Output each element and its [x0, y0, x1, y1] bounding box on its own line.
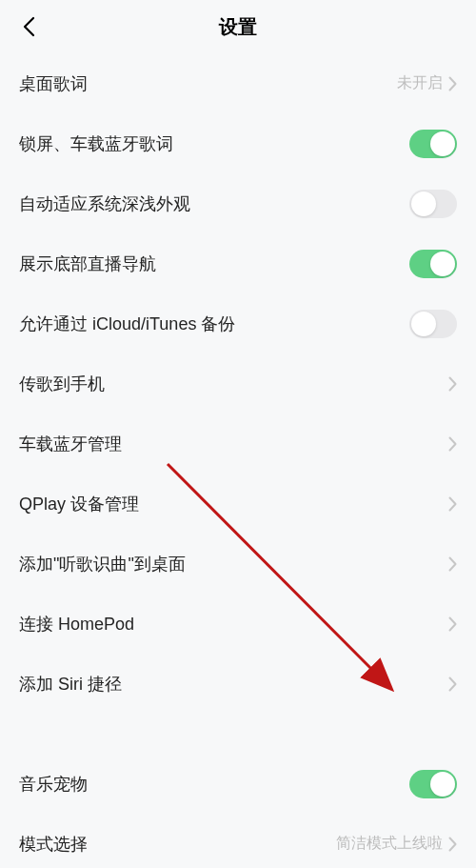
chevron-right-icon	[448, 376, 457, 392]
settings-row[interactable]: 车载蓝牙管理	[19, 414, 457, 474]
toggle-knob	[411, 312, 436, 336]
chevron-right-icon	[448, 496, 457, 512]
chevron-right-icon	[448, 76, 457, 91]
row-right	[448, 436, 457, 452]
toggle-knob	[411, 192, 436, 216]
row-label: 模式选择	[19, 833, 336, 856]
toggle-switch[interactable]	[409, 770, 457, 798]
row-label: QPlay 设备管理	[19, 493, 448, 515]
row-label: 车载蓝牙管理	[19, 433, 448, 455]
row-right	[448, 556, 457, 572]
row-label: 锁屏、车载蓝牙歌词	[19, 132, 409, 155]
row-subtext: 简洁模式上线啦	[336, 834, 443, 854]
row-label: 添加 Siri 捷径	[19, 673, 448, 696]
row-right	[409, 770, 457, 798]
page-title: 设置	[219, 14, 257, 40]
chevron-left-icon	[22, 16, 35, 37]
settings-row[interactable]: 传歌到手机	[19, 353, 457, 414]
settings-row: 音乐宠物	[19, 754, 457, 814]
settings-row: 允许通过 iCloud/iTunes 备份	[19, 293, 457, 353]
toggle-switch[interactable]	[409, 310, 457, 338]
settings-row[interactable]: 模式选择简洁模式上线啦	[19, 814, 457, 868]
chevron-right-icon	[448, 616, 457, 632]
row-label: 添加"听歌识曲"到桌面	[19, 553, 448, 575]
row-label: 桌面歌词	[19, 72, 397, 95]
toggle-knob	[430, 131, 455, 156]
row-right	[409, 190, 457, 218]
settings-gap	[0, 714, 476, 754]
chevron-right-icon	[448, 837, 457, 852]
settings-row: 锁屏、车载蓝牙歌词	[19, 113, 457, 173]
settings-row[interactable]: 添加 Siri 捷径	[19, 654, 457, 714]
row-subtext: 未开启	[397, 73, 443, 93]
toggle-switch[interactable]	[409, 130, 457, 158]
row-right	[448, 616, 457, 632]
row-right	[448, 376, 457, 392]
row-label: 允许通过 iCloud/iTunes 备份	[19, 313, 409, 335]
toggle-knob	[430, 772, 455, 797]
settings-row[interactable]: 连接 HomePod	[19, 594, 457, 654]
back-button[interactable]	[15, 13, 42, 40]
settings-list-1: 桌面歌词未开启锁屏、车载蓝牙歌词自动适应系统深浅外观展示底部直播导航允许通过 i…	[0, 53, 476, 714]
toggle-switch[interactable]	[409, 250, 457, 278]
chevron-right-icon	[448, 556, 457, 572]
row-label: 连接 HomePod	[19, 613, 448, 636]
settings-row: 展示底部直播导航	[19, 233, 457, 293]
row-right	[409, 310, 457, 338]
settings-row[interactable]: 添加"听歌识曲"到桌面	[19, 534, 457, 594]
row-right	[409, 250, 457, 278]
chevron-right-icon	[448, 676, 457, 692]
toggle-knob	[430, 252, 455, 276]
settings-row[interactable]: 桌面歌词未开启	[19, 53, 457, 113]
toggle-switch[interactable]	[409, 190, 457, 218]
settings-row[interactable]: QPlay 设备管理	[19, 474, 457, 534]
chevron-right-icon	[448, 436, 457, 452]
row-label: 自动适应系统深浅外观	[19, 192, 409, 215]
row-right	[409, 130, 457, 158]
row-right: 未开启	[397, 73, 457, 93]
row-right: 简洁模式上线啦	[336, 834, 457, 854]
row-label: 音乐宠物	[19, 773, 409, 796]
settings-list-2: 音乐宠物模式选择简洁模式上线啦推送设置	[0, 754, 476, 868]
settings-row: 自动适应系统深浅外观	[19, 173, 457, 233]
header: 设置	[0, 0, 476, 53]
row-label: 展示底部直播导航	[19, 252, 409, 275]
row-right	[448, 496, 457, 512]
row-right	[448, 676, 457, 692]
row-label: 传歌到手机	[19, 373, 448, 395]
